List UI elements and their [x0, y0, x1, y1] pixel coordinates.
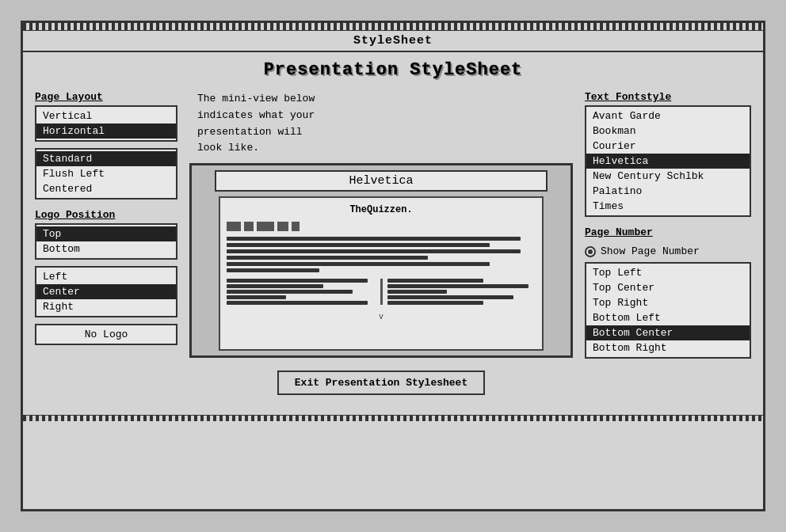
description-line1: The mini-view below [197, 93, 315, 104]
main-content: Presentation StyleSheet Page Layout Vert… [23, 52, 763, 407]
no-logo-button[interactable]: No Logo [36, 327, 176, 342]
slide-content [227, 237, 536, 272]
text-fontstyle-label: Text Fontstyle [585, 91, 751, 103]
slide-logo-block-2 [244, 222, 254, 231]
slide-col-2 [387, 279, 536, 305]
window-title: StyleSheet [23, 31, 763, 52]
alignment-list: Standard Flush Left Centered [35, 148, 177, 200]
preview-area: Helvetica TheQuizzen. [189, 163, 573, 358]
orientation-horizontal[interactable]: Horizontal [36, 124, 176, 139]
logo-right[interactable]: Right [36, 299, 176, 314]
description-line3: presentation will [197, 126, 303, 138]
font-new-century[interactable]: New Century Schlbk [586, 169, 750, 184]
page-number-top-right[interactable]: Top Right [586, 295, 750, 310]
show-page-number-text: Show Page Number [601, 245, 700, 257]
page-layout-label: Page Layout [35, 91, 177, 103]
logo-position-section: Logo Position Top Bottom Left Center Rig… [35, 209, 177, 345]
main-window: StyleSheet Presentation StyleSheet Page … [21, 21, 765, 511]
right-column: Text Fontstyle Avant Garde Bookman Couri… [585, 91, 751, 359]
logo-top[interactable]: Top [36, 226, 176, 241]
show-page-number-radio[interactable] [585, 246, 596, 257]
slide-col1-bar1 [227, 279, 368, 283]
slide-col1-bar2 [227, 284, 323, 288]
page-number-bottom-left[interactable]: Bottom Left [586, 310, 750, 325]
orientation-list: Vertical Horizontal [35, 105, 177, 142]
description-line2: indicates what your [197, 109, 315, 121]
page-title: Presentation StyleSheet [35, 60, 751, 80]
logo-horizontal-list: Left Center Right [35, 266, 177, 317]
slide-col1-bar4 [227, 295, 286, 299]
font-palatino[interactable]: Palatino [586, 184, 750, 199]
middle-column: The mini-view below indicates what your … [189, 91, 573, 395]
preview-font-label: Helvetica [215, 170, 547, 192]
page-number-bottom-center[interactable]: Bottom Center [586, 325, 750, 340]
logo-bottom[interactable]: Bottom [36, 241, 176, 256]
page-layout-section: Page Layout Vertical Horizontal Standard… [35, 91, 177, 200]
slide-logo-block-1 [227, 222, 241, 231]
font-times[interactable]: Times [586, 199, 750, 214]
orientation-vertical[interactable]: Vertical [36, 108, 176, 124]
page-number-label: Page Number [585, 226, 751, 238]
page-number-section: Page Number Show Page Number Top Left To… [585, 226, 751, 359]
page-number-top-left[interactable]: Top Left [586, 265, 750, 280]
slide-page-number: v [227, 313, 536, 321]
page-number-top-center[interactable]: Top Center [586, 280, 750, 295]
top-stripe [23, 23, 763, 31]
slide-divider [380, 279, 383, 305]
page-number-position-list: Top Left Top Center Top Right Bottom Lef… [585, 262, 751, 359]
slide-bar-1 [227, 237, 521, 241]
text-fontstyle-section: Text Fontstyle Avant Garde Bookman Couri… [585, 91, 751, 217]
slide-col2-bar3 [387, 290, 447, 294]
logo-left[interactable]: Left [36, 269, 176, 284]
logo-vertical-list: Top Bottom [35, 223, 177, 260]
slide-logo-block-3 [257, 222, 274, 231]
show-page-number-row[interactable]: Show Page Number [585, 245, 751, 257]
slide-col2-bar2 [387, 284, 528, 288]
slide-col2-bar4 [387, 295, 513, 299]
left-column: Page Layout Vertical Horizontal Standard… [35, 91, 177, 345]
slide-col-1 [227, 279, 376, 305]
preview-slide: TheQuizzen. [219, 196, 544, 351]
font-list: Avant Garde Bookman Courier Helvetica Ne… [585, 105, 751, 217]
exit-button[interactable]: Exit Presentation Stylesheet [277, 370, 485, 395]
slide-col1-bar3 [227, 290, 353, 294]
slide-bar-6 [227, 268, 319, 272]
alignment-centered[interactable]: Centered [36, 181, 176, 196]
bottom-stripe [23, 415, 763, 421]
page-number-bottom-right[interactable]: Bottom Right [586, 340, 750, 355]
logo-position-label: Logo Position [35, 209, 177, 221]
slide-col2-bar1 [387, 279, 484, 283]
alignment-flush-left[interactable]: Flush Left [36, 166, 176, 181]
slide-bar-4 [227, 256, 428, 260]
slide-bar-3 [227, 249, 521, 253]
slide-logo-block-5 [292, 222, 300, 231]
no-logo-box: No Logo [35, 324, 177, 345]
slide-bar-2 [227, 243, 490, 247]
slide-logo-block-4 [277, 222, 288, 231]
slide-col1-bar5 [227, 301, 368, 305]
slide-logo-area [227, 222, 536, 231]
description-line4: look like. [197, 142, 259, 154]
slide-col2-bar5 [387, 301, 484, 305]
logo-center[interactable]: Center [36, 284, 176, 299]
slide-columns [227, 279, 536, 305]
three-column-layout: Page Layout Vertical Horizontal Standard… [35, 91, 751, 395]
font-avant-garde[interactable]: Avant Garde [586, 108, 750, 124]
font-bookman[interactable]: Bookman [586, 124, 750, 139]
font-courier[interactable]: Courier [586, 139, 750, 154]
font-helvetica[interactable]: Helvetica [586, 154, 750, 169]
description-text: The mini-view below indicates what your … [189, 91, 573, 157]
alignment-standard[interactable]: Standard [36, 151, 176, 166]
slide-bar-5 [227, 262, 490, 266]
slide-title: TheQuizzen. [227, 204, 536, 215]
